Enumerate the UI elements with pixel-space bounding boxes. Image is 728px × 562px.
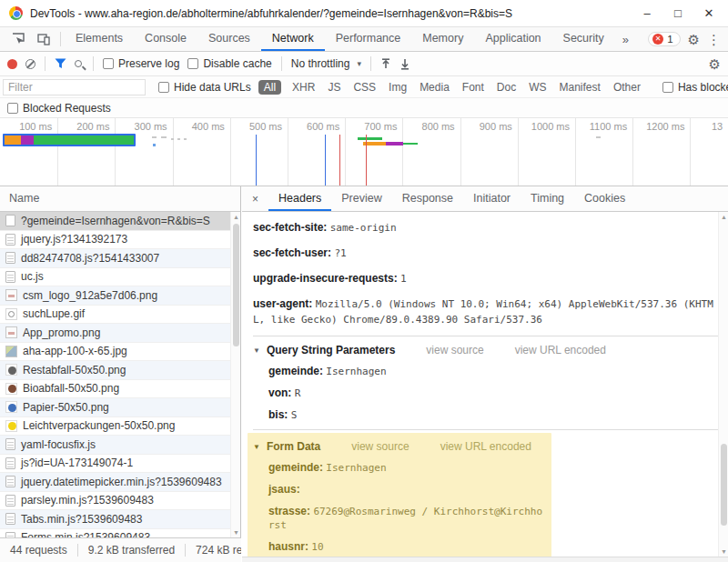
param-value: Isernhagen (326, 462, 386, 474)
table-row[interactable]: Papier-50x50.png (0, 398, 230, 417)
scroll-up-icon[interactable]: ▲ (719, 212, 728, 222)
details-tab-timing[interactable]: Timing (521, 186, 574, 211)
filter-chip-other[interactable]: Other (608, 80, 646, 95)
hide-data-urls-checkbox[interactable]: Hide data URLs (158, 81, 251, 94)
tab-performance[interactable]: Performance (325, 27, 412, 51)
filter-input[interactable] (3, 79, 146, 95)
details-horizontal-scrollbar[interactable] (242, 557, 728, 562)
filter-chip-all[interactable]: All (258, 80, 281, 95)
table-row[interactable]: App_promo.png (0, 324, 230, 343)
view-source-link[interactable]: view source (426, 344, 483, 356)
scrollbar-thumb[interactable] (233, 224, 239, 346)
image-thumbnail-icon (5, 346, 17, 357)
selected-request-waterfall-bar[interactable] (3, 134, 136, 146)
table-row[interactable]: jquery.js?1341392173 (0, 231, 230, 250)
view-url-encoded-link[interactable]: view URL encoded (515, 344, 606, 356)
requests-panel: Name ?gemeinde=Isernhagen&von=R&bis=Sjqu… (0, 186, 241, 562)
tab-console[interactable]: Console (134, 27, 197, 51)
device-toolbar-icon[interactable] (31, 27, 56, 51)
script-icon (5, 252, 15, 264)
table-row[interactable]: Bioabfall-50x50.png (0, 380, 230, 399)
divider (45, 56, 46, 71)
table-row[interactable]: Leichtverpackungen-50x50.png (0, 417, 230, 437)
view-source-link[interactable]: view source (351, 440, 409, 453)
import-har-icon[interactable] (380, 58, 391, 70)
table-row[interactable]: yaml-focusfix.js (0, 436, 230, 455)
table-row[interactable]: js?id=UA-173149074-1 (0, 455, 230, 474)
script-icon (5, 234, 15, 246)
table-row[interactable]: suchLupe.gif (0, 306, 230, 325)
throttling-select[interactable]: No throttling ▾ (291, 57, 361, 70)
filter-chip-js[interactable]: JS (322, 80, 346, 95)
table-row[interactable]: uc.js (0, 268, 230, 287)
maximize-button[interactable]: □ (664, 6, 692, 20)
table-row[interactable]: Restabfall-50x50.png (0, 361, 230, 380)
filter-chip-css[interactable]: CSS (348, 80, 381, 95)
scrollbar-thumb[interactable] (721, 444, 727, 526)
table-row[interactable]: dd82474708.js?1541433007 (0, 249, 230, 268)
query-string-title[interactable]: ▼ Query String Parameters (253, 344, 395, 356)
scroll-down-icon[interactable]: ▼ (231, 527, 241, 537)
table-row[interactable]: aha-app-100-x-65.jpg (0, 343, 230, 362)
details-tab-initiator[interactable]: Initiator (463, 186, 521, 211)
table-row[interactable]: parsley.min.js?1539609483 (0, 492, 230, 511)
filter-chip-xhr[interactable]: XHR (287, 80, 320, 95)
table-row[interactable]: ?gemeinde=Isernhagen&von=R&bis=S (0, 212, 230, 231)
divider (281, 56, 282, 71)
details-tab-headers[interactable]: Headers (268, 186, 331, 211)
clear-button-icon[interactable] (25, 59, 35, 69)
status-segment: 724 kB resou (185, 544, 241, 557)
export-har-icon[interactable] (399, 58, 410, 70)
search-icon[interactable] (75, 60, 82, 67)
inspect-element-icon[interactable] (5, 27, 31, 51)
tab-memory[interactable]: Memory (411, 27, 474, 51)
form-data-title[interactable]: ▼ Form Data (253, 440, 320, 453)
scroll-up-icon[interactable]: ▲ (231, 212, 241, 222)
disable-cache-checkbox[interactable]: Disable cache (187, 57, 271, 70)
param-entry: gemeinde: Isernhagen (253, 457, 544, 479)
settings-gear-icon[interactable]: ⚙ (688, 33, 700, 46)
param-key: gemeinde: (268, 461, 326, 474)
preserve-log-checkbox[interactable]: Preserve log (103, 57, 179, 70)
headers-pane: sec-fetch-site: same-originsec-fetch-use… (242, 212, 718, 557)
tab-sources[interactable]: Sources (197, 27, 261, 51)
more-tabs-button[interactable]: » (615, 27, 636, 51)
details-tab-cookies[interactable]: Cookies (574, 186, 635, 211)
filter-chip-manifest[interactable]: Manifest (554, 80, 606, 95)
filter-chip-doc[interactable]: Doc (491, 80, 521, 95)
details-scrollbar[interactable]: ▲ ▼ (718, 212, 728, 557)
filter-chip-ws[interactable]: WS (523, 80, 551, 95)
error-badge[interactable]: ✕ 1 (648, 32, 680, 46)
scroll-down-icon[interactable]: ▼ (719, 547, 728, 557)
waterfall-mini-bar (596, 136, 601, 138)
network-settings-gear-icon[interactable]: ⚙ (709, 57, 721, 71)
minimize-button[interactable]: – (633, 6, 661, 20)
table-row[interactable]: Forms.min.js?1539609483 (0, 529, 230, 538)
tab-security[interactable]: Security (552, 27, 615, 51)
name-column-header[interactable]: Name (0, 186, 240, 212)
network-overview-timeline[interactable]: 100 ms200 ms300 ms400 ms500 ms600 ms700 … (0, 118, 728, 186)
tab-application[interactable]: Application (474, 27, 551, 51)
close-button[interactable]: ✕ (695, 6, 723, 20)
kebab-menu-icon[interactable]: ⋮ (707, 33, 721, 46)
details-tab-preview[interactable]: Preview (331, 186, 391, 211)
close-details-icon[interactable]: × (242, 186, 268, 211)
filter-chip-font[interactable]: Font (457, 80, 490, 95)
table-row[interactable]: csm_logo_912a5e7d06.png (0, 286, 230, 306)
filter-chip-media[interactable]: Media (414, 80, 455, 95)
tab-network[interactable]: Network (261, 27, 325, 51)
filter-chip-img[interactable]: Img (383, 80, 412, 95)
has-blocked-cookies-checkbox[interactable]: Has blocked cookies (662, 81, 728, 94)
timeline-tick-label: 300 ms (113, 121, 167, 132)
filter-funnel-icon[interactable] (55, 58, 66, 69)
table-row[interactable]: Tabs.min.js?1539609483 (0, 510, 230, 529)
window-title: DevTools - www.aha-region.de/abholtermin… (30, 7, 624, 20)
record-button-icon[interactable] (7, 59, 17, 69)
request-name: jquery.datetimepicker.min.js?1539609483 (21, 476, 222, 488)
tab-elements[interactable]: Elements (65, 27, 134, 51)
table-row[interactable]: jquery.datetimepicker.min.js?1539609483 (0, 473, 230, 492)
blocked-requests-checkbox[interactable]: Blocked Requests (7, 102, 111, 115)
details-tab-response[interactable]: Response (392, 186, 463, 211)
view-url-encoded-link[interactable]: view URL encoded (440, 440, 531, 453)
requests-scrollbar[interactable]: ▲ ▼ (230, 212, 240, 537)
